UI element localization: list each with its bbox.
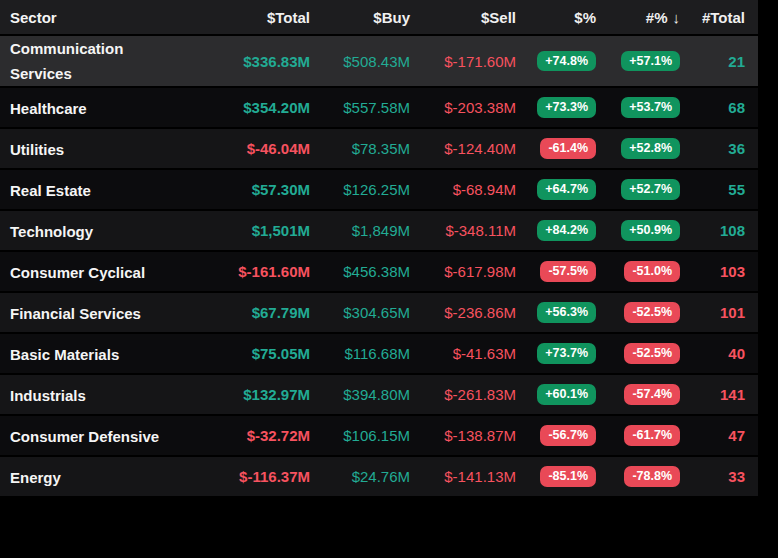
num-pct-cell: -78.8% bbox=[596, 466, 680, 487]
num-pct-cell: -52.5% bbox=[596, 343, 680, 364]
dollar-sell-cell: $-617.98M bbox=[410, 263, 516, 280]
num-total-cell: 40 bbox=[680, 345, 745, 362]
dollar-total-cell: $336.83M bbox=[210, 53, 310, 70]
dollar-sell-cell: $-261.83M bbox=[410, 386, 516, 403]
dollar-pct-cell: +64.7% bbox=[516, 179, 596, 200]
sector-cell: Energy bbox=[0, 463, 210, 490]
num-pct-badge: +52.7% bbox=[621, 179, 680, 200]
table-row[interactable]: Communication Services $336.83M $508.43M… bbox=[0, 36, 758, 88]
dollar-pct-badge: +73.7% bbox=[537, 343, 596, 364]
sector-label: Technology bbox=[10, 219, 93, 244]
table-row[interactable]: Consumer Defensive $-32.72M $106.15M $-1… bbox=[0, 416, 758, 457]
sector-label: Basic Materials bbox=[10, 342, 119, 367]
num-total-cell: 47 bbox=[680, 427, 745, 444]
column-header-sector[interactable]: Sector bbox=[0, 5, 210, 30]
dollar-buy-cell: $24.76M bbox=[310, 468, 410, 485]
dollar-buy-cell: $557.58M bbox=[310, 99, 410, 116]
num-pct-badge: +57.1% bbox=[621, 51, 680, 72]
dollar-pct-badge: +84.2% bbox=[537, 220, 596, 241]
num-pct-cell: +57.1% bbox=[596, 51, 680, 72]
dollar-sell-cell: $-203.38M bbox=[410, 99, 516, 116]
sector-cell: Communication Services bbox=[0, 36, 210, 86]
sector-screener-table: Sector $Total $Buy $Sell $% #%↓ #Total C… bbox=[0, 0, 758, 498]
dollar-pct-cell: +56.3% bbox=[516, 302, 596, 323]
num-pct-badge: +53.7% bbox=[621, 97, 680, 118]
column-header-num-pct[interactable]: #%↓ bbox=[596, 9, 680, 26]
sector-label: Financial Services bbox=[10, 301, 141, 326]
dollar-pct-badge: +60.1% bbox=[537, 384, 596, 405]
table-body: Communication Services $336.83M $508.43M… bbox=[0, 36, 758, 498]
table-row[interactable]: Healthcare $354.20M $557.58M $-203.38M +… bbox=[0, 88, 758, 129]
table-row[interactable]: Basic Materials $75.05M $116.68M $-41.63… bbox=[0, 334, 758, 375]
dollar-total-cell: $354.20M bbox=[210, 99, 310, 116]
num-total-cell: 21 bbox=[680, 53, 745, 70]
dollar-total-cell: $132.97M bbox=[210, 386, 310, 403]
dollar-buy-cell: $1,849M bbox=[310, 222, 410, 239]
dollar-pct-cell: -57.5% bbox=[516, 261, 596, 282]
sector-label: Healthcare bbox=[10, 96, 87, 121]
dollar-buy-cell: $106.15M bbox=[310, 427, 410, 444]
num-total-cell: 55 bbox=[680, 181, 745, 198]
sector-cell: Basic Materials bbox=[0, 340, 210, 367]
dollar-pct-badge: -61.4% bbox=[540, 138, 596, 159]
sector-cell: Utilities bbox=[0, 135, 210, 162]
sector-cell: Healthcare bbox=[0, 94, 210, 121]
num-pct-badge: -61.7% bbox=[624, 425, 680, 446]
column-header-dollar-total[interactable]: $Total bbox=[210, 9, 310, 26]
table-row[interactable]: Industrials $132.97M $394.80M $-261.83M … bbox=[0, 375, 758, 416]
table-row[interactable]: Utilities $-46.04M $78.35M $-124.40M -61… bbox=[0, 129, 758, 170]
table-row[interactable]: Financial Services $67.79M $304.65M $-23… bbox=[0, 293, 758, 334]
dollar-sell-cell: $-348.11M bbox=[410, 222, 516, 239]
dollar-pct-cell: -61.4% bbox=[516, 138, 596, 159]
sector-label: Communication Services bbox=[10, 36, 168, 86]
dollar-sell-cell: $-171.60M bbox=[410, 53, 516, 70]
dollar-total-cell: $-46.04M bbox=[210, 140, 310, 157]
dollar-pct-badge: -85.1% bbox=[540, 466, 596, 487]
dollar-total-cell: $-161.60M bbox=[210, 263, 310, 280]
table-row[interactable]: Technology $1,501M $1,849M $-348.11M +84… bbox=[0, 211, 758, 252]
sector-label: Consumer Cyclical bbox=[10, 260, 145, 285]
dollar-total-cell: $1,501M bbox=[210, 222, 310, 239]
num-total-cell: 68 bbox=[680, 99, 745, 116]
dollar-total-cell: $75.05M bbox=[210, 345, 310, 362]
num-pct-cell: -52.5% bbox=[596, 302, 680, 323]
num-pct-badge: -52.5% bbox=[624, 343, 680, 364]
num-total-cell: 101 bbox=[680, 304, 745, 321]
num-pct-cell: +50.9% bbox=[596, 220, 680, 241]
dollar-pct-badge: +74.8% bbox=[537, 51, 596, 72]
dollar-buy-cell: $116.68M bbox=[310, 345, 410, 362]
num-total-cell: 36 bbox=[680, 140, 745, 157]
num-pct-badge: +50.9% bbox=[621, 220, 680, 241]
column-header-dollar-sell[interactable]: $Sell bbox=[410, 9, 516, 26]
dollar-pct-badge: -57.5% bbox=[540, 261, 596, 282]
sector-label: Consumer Defensive bbox=[10, 424, 159, 449]
dollar-sell-cell: $-236.86M bbox=[410, 304, 516, 321]
dollar-pct-badge: +64.7% bbox=[537, 179, 596, 200]
dollar-pct-cell: +74.8% bbox=[516, 51, 596, 72]
dollar-pct-badge: +73.3% bbox=[537, 97, 596, 118]
column-header-num-total[interactable]: #Total bbox=[680, 9, 745, 26]
sector-cell: Industrials bbox=[0, 381, 210, 408]
sector-cell: Consumer Defensive bbox=[0, 422, 210, 449]
dollar-total-cell: $-32.72M bbox=[210, 427, 310, 444]
num-pct-cell: +52.8% bbox=[596, 138, 680, 159]
dollar-sell-cell: $-138.87M bbox=[410, 427, 516, 444]
table-row[interactable]: Energy $-116.37M $24.76M $-141.13M -85.1… bbox=[0, 457, 758, 498]
dollar-buy-cell: $508.43M bbox=[310, 53, 410, 70]
column-header-dollar-buy[interactable]: $Buy bbox=[310, 9, 410, 26]
num-pct-badge: -51.0% bbox=[624, 261, 680, 282]
table-row[interactable]: Consumer Cyclical $-161.60M $456.38M $-6… bbox=[0, 252, 758, 293]
sector-label: Energy bbox=[10, 465, 61, 490]
column-header-dollar-pct[interactable]: $% bbox=[516, 9, 596, 26]
sector-cell: Real Estate bbox=[0, 176, 210, 203]
dollar-buy-cell: $394.80M bbox=[310, 386, 410, 403]
dollar-pct-cell: +84.2% bbox=[516, 220, 596, 241]
num-pct-cell: -51.0% bbox=[596, 261, 680, 282]
num-pct-badge: -57.4% bbox=[624, 384, 680, 405]
dollar-sell-cell: $-41.63M bbox=[410, 345, 516, 362]
table-row[interactable]: Real Estate $57.30M $126.25M $-68.94M +6… bbox=[0, 170, 758, 211]
sort-descending-icon: ↓ bbox=[673, 9, 681, 26]
dollar-pct-cell: +73.3% bbox=[516, 97, 596, 118]
num-total-cell: 33 bbox=[680, 468, 745, 485]
num-total-cell: 103 bbox=[680, 263, 745, 280]
